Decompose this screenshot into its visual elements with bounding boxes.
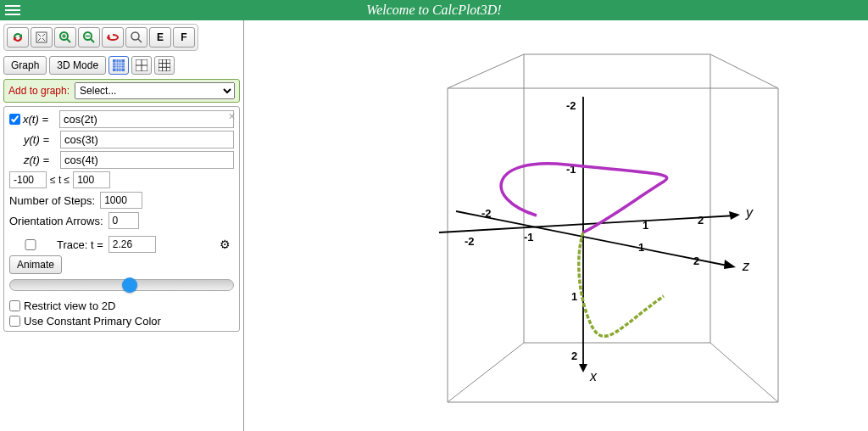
- rotate-icon[interactable]: [7, 27, 29, 48]
- svg-text:-2: -2: [566, 99, 576, 112]
- search-icon[interactable]: [125, 27, 147, 48]
- svg-text:2: 2: [698, 214, 704, 227]
- y-axis-label: y: [745, 205, 754, 220]
- svg-text:1: 1: [571, 290, 577, 303]
- svg-text:2: 2: [571, 350, 577, 362]
- svg-text:2: 2: [693, 255, 699, 267]
- toolbar: E F: [3, 24, 198, 51]
- svg-point-3: [131, 32, 139, 40]
- restrict-checkbox[interactable]: [9, 300, 20, 311]
- trace-input[interactable]: [108, 236, 156, 253]
- grid-2-icon[interactable]: [131, 56, 152, 75]
- undo-icon[interactable]: [102, 27, 124, 48]
- add-select[interactable]: Select...: [75, 82, 235, 99]
- grid-3-icon[interactable]: [154, 56, 175, 75]
- svg-text:-1: -1: [524, 231, 534, 243]
- animate-button[interactable]: Animate: [9, 255, 62, 274]
- arrows-label: Orientation Arrows:: [9, 215, 103, 227]
- z-label: z(t) =: [24, 154, 58, 166]
- svg-line-9: [456, 211, 732, 266]
- x-label: x(t) =: [23, 113, 57, 126]
- steps-input[interactable]: [100, 192, 142, 209]
- plot-3d[interactable]: x y z -2 -1 1 2 -2 -1 1 2 -2 1 2: [244, 20, 868, 431]
- trace-checkbox[interactable]: [9, 239, 52, 250]
- trace-label: Trace: t =: [57, 238, 103, 251]
- svg-text:-2: -2: [465, 235, 475, 248]
- z-input[interactable]: [60, 151, 234, 169]
- z-axis-label: z: [742, 259, 750, 273]
- svg-text:1: 1: [638, 241, 644, 254]
- add-to-graph-row: Add to graph: Select...: [3, 79, 240, 103]
- svg-marker-11: [729, 211, 740, 220]
- mode-button[interactable]: 3D Mode: [49, 56, 106, 75]
- zoom-in-icon[interactable]: [54, 27, 76, 48]
- close-icon[interactable]: ✕: [228, 111, 236, 122]
- svg-marker-12: [724, 260, 736, 269]
- restrict-label: Restrict view to 2D: [24, 299, 115, 312]
- add-label: Add to graph:: [8, 85, 70, 97]
- control-panel: E F Graph 3D Mode Add to graph: Select..…: [0, 20, 244, 431]
- e-button[interactable]: E: [149, 27, 171, 48]
- fit-icon[interactable]: [31, 27, 53, 48]
- y-input[interactable]: [60, 131, 234, 148]
- steps-label: Number of Steps:: [9, 194, 95, 207]
- trace-slider[interactable]: [9, 279, 234, 291]
- enable-checkbox[interactable]: [9, 114, 20, 125]
- svg-rect-6: [159, 59, 170, 71]
- equations-panel: x(t) = ✕ y(t) = z(t) = ≤ t ≤ Number of S…: [3, 106, 240, 332]
- page-title: Welcome to CalcPlot3D!: [366, 3, 501, 18]
- grid-calendar-icon[interactable]: [108, 56, 129, 75]
- bounds-rel: ≤ t ≤: [50, 174, 70, 186]
- x-input[interactable]: [59, 110, 234, 128]
- menu-icon[interactable]: [0, 0, 24, 20]
- graph-button[interactable]: Graph: [3, 56, 47, 75]
- color-label: Use Constant Primary Color: [24, 315, 161, 327]
- x-axis-label: x: [589, 369, 598, 383]
- gear-icon[interactable]: ⚙: [220, 238, 231, 251]
- tmin-input[interactable]: [9, 171, 47, 188]
- svg-marker-10: [579, 364, 587, 372]
- color-checkbox[interactable]: [9, 316, 20, 327]
- svg-text:-2: -2: [481, 207, 492, 220]
- zoom-out-icon[interactable]: [78, 27, 100, 48]
- y-label: y(t) =: [24, 133, 58, 146]
- tmax-input[interactable]: [73, 171, 110, 188]
- svg-text:1: 1: [643, 219, 648, 232]
- slider-thumb[interactable]: [122, 277, 137, 293]
- svg-rect-0: [36, 32, 47, 42]
- f-button[interactable]: F: [173, 27, 195, 48]
- arrows-input[interactable]: [108, 212, 139, 229]
